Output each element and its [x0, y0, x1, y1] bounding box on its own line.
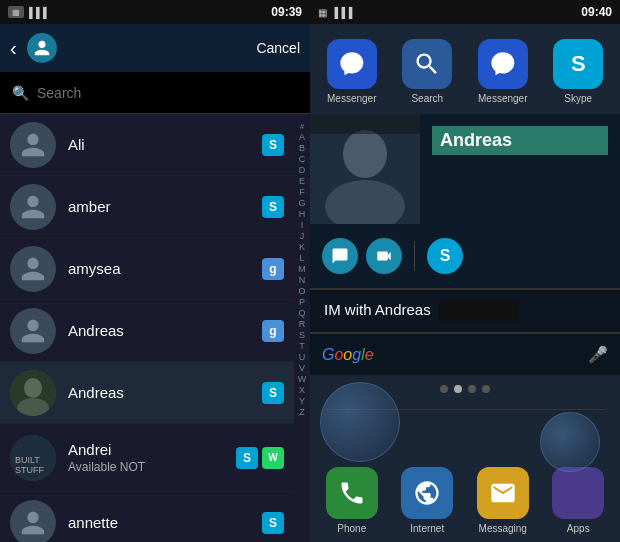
search-svg-icon	[413, 50, 441, 78]
avatar-ali	[10, 122, 56, 168]
google-search-bar[interactable]: Google 🎤	[310, 333, 620, 375]
message-action-button[interactable]	[322, 238, 358, 274]
phone-svg-icon	[338, 479, 366, 507]
contact-badge-google: g	[262, 320, 284, 342]
page-dot	[482, 385, 490, 393]
contact-name: amber	[68, 198, 262, 215]
contact-actions: S	[310, 224, 620, 288]
contact-info-andreas1: Andreas	[68, 322, 262, 339]
svg-text:STUFF: STUFF	[15, 465, 44, 475]
im-with-text: IM with Andreas	[324, 301, 519, 321]
search-app[interactable]: Search	[402, 39, 452, 104]
status-icons-left: ▦ ▐▐▐	[8, 6, 44, 18]
contact-info-annette: annette	[68, 514, 262, 531]
contact-item-ali[interactable]: Ali S	[0, 114, 294, 176]
contacts-items: Ali S amber S	[0, 114, 294, 542]
contact-name: Andrei	[68, 441, 236, 458]
skype-icon: S	[553, 39, 603, 89]
phone-app-icon[interactable]: Phone	[326, 467, 378, 534]
back-button[interactable]: ‹	[10, 37, 17, 60]
svg-point-1	[24, 378, 42, 398]
signal-icon-right: ▐▐▐	[331, 7, 352, 18]
phone-icon	[326, 467, 378, 519]
contacts-list: Ali S amber S	[0, 114, 310, 542]
contact-item-andreas1[interactable]: Andreas g	[0, 300, 294, 362]
messenger-app-icon[interactable]: Messenger	[327, 39, 377, 104]
messaging-label: Messaging	[479, 523, 527, 534]
search-app-icon	[402, 39, 452, 89]
search-label: Search	[411, 93, 443, 104]
avatar-annette	[10, 500, 56, 543]
im-with-dark-box	[439, 301, 519, 321]
top-bar: ‹ Cancel	[0, 24, 310, 72]
contact-badge-google: g	[262, 258, 284, 280]
bubble-decoration	[320, 382, 400, 462]
messenger-icon	[327, 39, 377, 89]
alpha-scroll-bar[interactable]: # A B C D E F G H I J K L M N O P Q R S …	[294, 114, 310, 542]
message-icon	[331, 247, 349, 265]
contact-info-amysea: amysea	[68, 260, 262, 277]
avatar-amber	[10, 184, 56, 230]
contact-badge-skype: S	[262, 512, 284, 534]
page-dot	[468, 385, 476, 393]
contact-badge-skype: S	[236, 447, 258, 469]
svg-text:BUILT: BUILT	[15, 455, 40, 465]
search-icon: 🔍	[12, 85, 29, 101]
contact-info-andrei: Andrei Available NOT	[68, 441, 236, 474]
avatar-amysea	[10, 246, 56, 292]
im-with-bar[interactable]: IM with Andreas	[310, 289, 620, 333]
avatar-andrei-icon: BUILT STUFF	[10, 435, 56, 481]
avatar-photo-icon	[10, 370, 56, 416]
avatar-person-icon	[19, 317, 47, 345]
search-input[interactable]	[37, 85, 298, 101]
action-divider	[414, 241, 415, 271]
right-panel: ▦ ▐▐▐ 09:40 Messenger Search	[310, 0, 620, 542]
skype-action-button[interactable]: S	[427, 238, 463, 274]
contact-item-amysea[interactable]: amysea g	[0, 238, 294, 300]
messaging-app-icon[interactable]: Messaging	[477, 467, 529, 534]
wifi-icon: ▦	[8, 6, 24, 18]
video-action-button[interactable]	[366, 238, 402, 274]
contact-badge-skype: S	[262, 134, 284, 156]
page-dots-indicator	[440, 375, 490, 403]
contact-item-andrei[interactable]: BUILT STUFF Andrei Available NOT S W	[0, 424, 294, 492]
contact-item-annette[interactable]: annette S	[0, 492, 294, 542]
page-dot-active	[454, 385, 462, 393]
contact-info-ali: Ali	[68, 136, 262, 153]
messenger2-icon	[478, 39, 528, 89]
messaging-icon	[477, 467, 529, 519]
contact-info-amber: amber	[68, 198, 262, 215]
time-display-right: 09:40	[581, 5, 612, 19]
avatar-person-icon	[19, 131, 47, 159]
avatar-andrei: BUILT STUFF	[10, 435, 56, 481]
cancel-button[interactable]: Cancel	[256, 40, 300, 56]
apps-label: Apps	[567, 523, 590, 534]
status-icons-right: ▦ ▐▐▐	[318, 7, 352, 18]
contact-name: Ali	[68, 136, 262, 153]
messenger2-svg-icon	[489, 50, 517, 78]
contact-item-amber[interactable]: amber S	[0, 176, 294, 238]
person-icon	[33, 39, 51, 57]
contact-name: amysea	[68, 260, 262, 277]
apps-icon[interactable]: Apps	[552, 467, 604, 534]
microphone-icon[interactable]: 🎤	[588, 345, 608, 364]
contact-card-photo	[310, 114, 420, 224]
contact-card-main: Andreas	[310, 114, 620, 224]
im-with-label: IM with Andreas	[324, 301, 431, 318]
contact-badge-skype: S	[262, 382, 284, 404]
app-icons-row: Messenger Search Messenger S Skype	[310, 24, 620, 114]
left-panel: ▦ ▐▐▐ 09:39 ‹ Cancel 🔍	[0, 0, 310, 542]
internet-app-icon[interactable]: Internet	[401, 467, 453, 534]
avatar-person-icon	[19, 193, 47, 221]
messenger-svg-icon	[338, 50, 366, 78]
phone-label: Phone	[337, 523, 366, 534]
contact-status: Available NOT	[68, 460, 236, 474]
avatar-person-icon	[19, 509, 47, 537]
skype-app-icon[interactable]: S Skype	[553, 39, 603, 104]
avatar-andreas1	[10, 308, 56, 354]
contact-item-andreas2[interactable]: Andreas S	[0, 362, 294, 424]
apps-grid-icon	[552, 467, 604, 519]
contacts-icon	[27, 33, 57, 63]
messenger2-app-icon[interactable]: Messenger	[478, 39, 528, 104]
bubble-decoration	[540, 412, 600, 472]
